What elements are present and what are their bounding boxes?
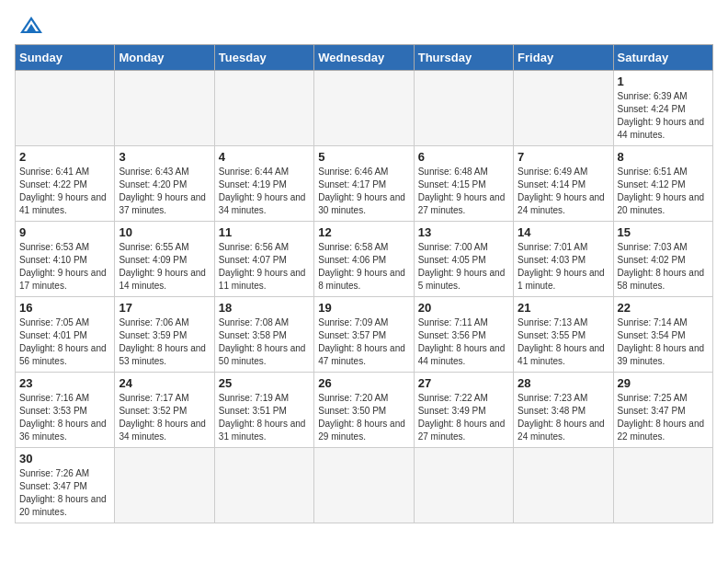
day-number: 19 <box>318 301 409 315</box>
calendar-cell: 16Sunrise: 7:05 AM Sunset: 4:01 PM Dayli… <box>16 297 115 373</box>
calendar-cell <box>514 448 613 523</box>
calendar-cell: 22Sunrise: 7:14 AM Sunset: 3:54 PM Dayli… <box>613 297 712 373</box>
day-info: Sunrise: 6:51 AM Sunset: 4:12 PM Dayligh… <box>618 166 709 217</box>
calendar-cell: 23Sunrise: 7:16 AM Sunset: 3:53 PM Dayli… <box>16 373 115 448</box>
calendar-cell: 25Sunrise: 7:19 AM Sunset: 3:51 PM Dayli… <box>214 373 313 448</box>
day-number: 3 <box>119 150 210 164</box>
calendar-cell: 2Sunrise: 6:41 AM Sunset: 4:22 PM Daylig… <box>16 146 115 222</box>
day-number: 22 <box>618 301 709 315</box>
day-info: Sunrise: 6:48 AM Sunset: 4:15 PM Dayligh… <box>418 166 509 217</box>
day-number: 8 <box>618 150 709 164</box>
calendar-cell <box>115 71 214 146</box>
calendar-cell <box>414 71 513 146</box>
day-number: 27 <box>418 376 509 390</box>
day-info: Sunrise: 6:53 AM Sunset: 4:10 PM Dayligh… <box>19 241 110 293</box>
calendar-cell: 20Sunrise: 7:11 AM Sunset: 3:56 PM Dayli… <box>414 297 513 373</box>
day-info: Sunrise: 6:56 AM Sunset: 4:07 PM Dayligh… <box>219 241 310 293</box>
calendar-cell <box>16 71 115 146</box>
day-number: 16 <box>19 301 110 315</box>
day-info: Sunrise: 7:06 AM Sunset: 3:59 PM Dayligh… <box>119 316 210 368</box>
calendar-cell: 27Sunrise: 7:22 AM Sunset: 3:49 PM Dayli… <box>414 373 513 448</box>
day-info: Sunrise: 7:19 AM Sunset: 3:51 PM Dayligh… <box>219 392 310 443</box>
day-number: 15 <box>618 225 709 239</box>
logo <box>15 15 44 35</box>
calendar-cell: 4Sunrise: 6:44 AM Sunset: 4:19 PM Daylig… <box>214 146 313 222</box>
calendar-cell: 5Sunrise: 6:46 AM Sunset: 4:17 PM Daylig… <box>314 146 414 222</box>
calendar-cell: 28Sunrise: 7:23 AM Sunset: 3:48 PM Dayli… <box>514 373 613 448</box>
calendar-cell: 26Sunrise: 7:20 AM Sunset: 3:50 PM Dayli… <box>314 373 414 448</box>
calendar-cell: 24Sunrise: 7:17 AM Sunset: 3:52 PM Dayli… <box>115 373 214 448</box>
day-number: 28 <box>518 376 609 390</box>
day-header-monday: Monday <box>115 45 214 71</box>
day-number: 29 <box>618 376 709 390</box>
day-info: Sunrise: 7:05 AM Sunset: 4:01 PM Dayligh… <box>19 316 110 368</box>
day-info: Sunrise: 6:41 AM Sunset: 4:22 PM Dayligh… <box>19 166 110 217</box>
calendar-cell: 13Sunrise: 7:00 AM Sunset: 4:05 PM Dayli… <box>414 222 513 297</box>
week-row-4: 16Sunrise: 7:05 AM Sunset: 4:01 PM Dayli… <box>16 297 713 373</box>
calendar-cell: 8Sunrise: 6:51 AM Sunset: 4:12 PM Daylig… <box>613 146 712 222</box>
day-info: Sunrise: 7:25 AM Sunset: 3:47 PM Dayligh… <box>618 392 709 443</box>
day-number: 2 <box>19 150 110 164</box>
day-info: Sunrise: 7:14 AM Sunset: 3:54 PM Dayligh… <box>618 316 709 368</box>
calendar-cell: 19Sunrise: 7:09 AM Sunset: 3:57 PM Dayli… <box>314 297 414 373</box>
day-info: Sunrise: 6:43 AM Sunset: 4:20 PM Dayligh… <box>119 166 210 217</box>
calendar-cell: 17Sunrise: 7:06 AM Sunset: 3:59 PM Dayli… <box>115 297 214 373</box>
day-info: Sunrise: 7:16 AM Sunset: 3:53 PM Dayligh… <box>19 392 110 443</box>
week-row-5: 23Sunrise: 7:16 AM Sunset: 3:53 PM Dayli… <box>16 373 713 448</box>
day-number: 13 <box>418 225 509 239</box>
day-number: 5 <box>318 150 409 164</box>
day-info: Sunrise: 7:13 AM Sunset: 3:55 PM Dayligh… <box>518 316 609 368</box>
day-info: Sunrise: 6:55 AM Sunset: 4:09 PM Dayligh… <box>119 241 210 293</box>
week-row-1: 1Sunrise: 6:39 AM Sunset: 4:24 PM Daylig… <box>16 71 713 146</box>
calendar-cell: 21Sunrise: 7:13 AM Sunset: 3:55 PM Dayli… <box>514 297 613 373</box>
day-info: Sunrise: 7:23 AM Sunset: 3:48 PM Dayligh… <box>518 392 609 443</box>
calendar-cell: 29Sunrise: 7:25 AM Sunset: 3:47 PM Dayli… <box>613 373 712 448</box>
day-info: Sunrise: 7:17 AM Sunset: 3:52 PM Dayligh… <box>119 392 210 443</box>
calendar-cell: 10Sunrise: 6:55 AM Sunset: 4:09 PM Dayli… <box>115 222 214 297</box>
day-info: Sunrise: 6:46 AM Sunset: 4:17 PM Dayligh… <box>318 166 409 217</box>
day-number: 12 <box>318 225 409 239</box>
calendar-cell: 1Sunrise: 6:39 AM Sunset: 4:24 PM Daylig… <box>613 71 712 146</box>
day-number: 17 <box>119 301 210 315</box>
day-number: 20 <box>418 301 509 315</box>
calendar-cell: 3Sunrise: 6:43 AM Sunset: 4:20 PM Daylig… <box>115 146 214 222</box>
calendar-cell: 14Sunrise: 7:01 AM Sunset: 4:03 PM Dayli… <box>514 222 613 297</box>
calendar-cell <box>514 71 613 146</box>
calendar-cell <box>214 448 313 523</box>
calendar-cell: 30Sunrise: 7:26 AM Sunset: 3:47 PM Dayli… <box>16 448 115 523</box>
day-header-thursday: Thursday <box>414 45 513 71</box>
day-info: Sunrise: 7:03 AM Sunset: 4:02 PM Dayligh… <box>618 241 709 293</box>
week-row-6: 30Sunrise: 7:26 AM Sunset: 3:47 PM Dayli… <box>16 448 713 523</box>
day-header-friday: Friday <box>514 45 613 71</box>
day-header-wednesday: Wednesday <box>314 45 414 71</box>
day-number: 7 <box>518 150 609 164</box>
day-number: 4 <box>219 150 310 164</box>
logo-icon <box>18 15 44 35</box>
calendar-cell: 18Sunrise: 7:08 AM Sunset: 3:58 PM Dayli… <box>214 297 313 373</box>
calendar-cell: 12Sunrise: 6:58 AM Sunset: 4:06 PM Dayli… <box>314 222 414 297</box>
day-number: 14 <box>518 225 609 239</box>
calendar-cell: 9Sunrise: 6:53 AM Sunset: 4:10 PM Daylig… <box>16 222 115 297</box>
calendar-cell: 15Sunrise: 7:03 AM Sunset: 4:02 PM Dayli… <box>613 222 712 297</box>
calendar-cell <box>613 448 712 523</box>
calendar-table: SundayMondayTuesdayWednesdayThursdayFrid… <box>15 44 713 523</box>
day-info: Sunrise: 7:11 AM Sunset: 3:56 PM Dayligh… <box>418 316 509 368</box>
day-number: 21 <box>518 301 609 315</box>
day-header-tuesday: Tuesday <box>214 45 313 71</box>
header <box>15 15 713 35</box>
day-header-saturday: Saturday <box>613 45 712 71</box>
day-info: Sunrise: 6:39 AM Sunset: 4:24 PM Dayligh… <box>618 90 709 142</box>
day-number: 6 <box>418 150 509 164</box>
calendar-cell <box>414 448 513 523</box>
calendar-cell <box>314 71 414 146</box>
day-info: Sunrise: 7:09 AM Sunset: 3:57 PM Dayligh… <box>318 316 409 368</box>
day-number: 11 <box>219 225 310 239</box>
calendar-cell <box>314 448 414 523</box>
day-number: 23 <box>19 376 110 390</box>
day-info: Sunrise: 6:58 AM Sunset: 4:06 PM Dayligh… <box>318 241 409 293</box>
day-info: Sunrise: 7:00 AM Sunset: 4:05 PM Dayligh… <box>418 241 509 293</box>
day-number: 25 <box>219 376 310 390</box>
day-info: Sunrise: 6:44 AM Sunset: 4:19 PM Dayligh… <box>219 166 310 217</box>
calendar-cell: 7Sunrise: 6:49 AM Sunset: 4:14 PM Daylig… <box>514 146 613 222</box>
day-info: Sunrise: 7:26 AM Sunset: 3:47 PM Dayligh… <box>19 467 110 519</box>
